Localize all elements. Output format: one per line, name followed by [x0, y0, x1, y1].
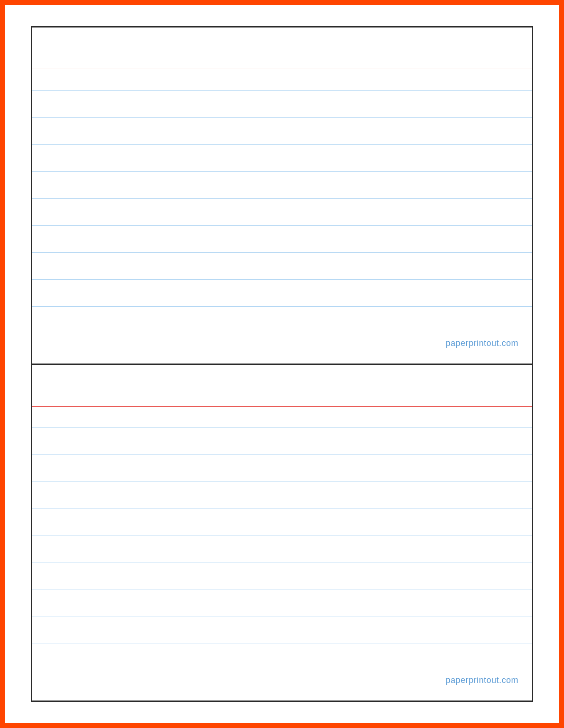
watermark-label: paperprintout.com	[445, 338, 518, 348]
watermark-label: paperprintout.com	[445, 675, 518, 685]
blue-rule-line	[32, 171, 532, 172]
blue-rule-line	[32, 455, 532, 455]
index-card-top: paperprintout.com	[32, 27, 532, 365]
blue-rule-line	[32, 90, 532, 91]
blue-lines-container	[32, 69, 532, 307]
blue-rule-line	[32, 482, 532, 482]
blue-rule-line	[32, 306, 532, 307]
blue-rule-line	[32, 590, 532, 590]
card-header-space	[32, 27, 532, 69]
index-card-bottom: paperprintout.com	[32, 365, 532, 701]
watermark-text: paperprintout.com	[445, 338, 518, 348]
blue-rule-line	[32, 144, 532, 145]
blue-rule-line	[32, 198, 532, 199]
index-cards-container: paperprintout.com paperprintout.com	[31, 26, 533, 702]
blue-rule-line	[32, 563, 532, 563]
blue-lines-container	[32, 407, 532, 644]
blue-rule-line	[32, 117, 532, 118]
blue-rule-line	[32, 617, 532, 617]
watermark-text: paperprintout.com	[445, 675, 518, 685]
blue-rule-line	[32, 536, 532, 536]
blue-rule-line	[32, 252, 532, 253]
card-header-space	[32, 365, 532, 406]
blue-rule-line	[32, 428, 532, 428]
blue-rule-line	[32, 644, 532, 644]
blue-rule-line	[32, 509, 532, 509]
blue-rule-line	[32, 279, 532, 280]
blue-rule-line	[32, 225, 532, 226]
